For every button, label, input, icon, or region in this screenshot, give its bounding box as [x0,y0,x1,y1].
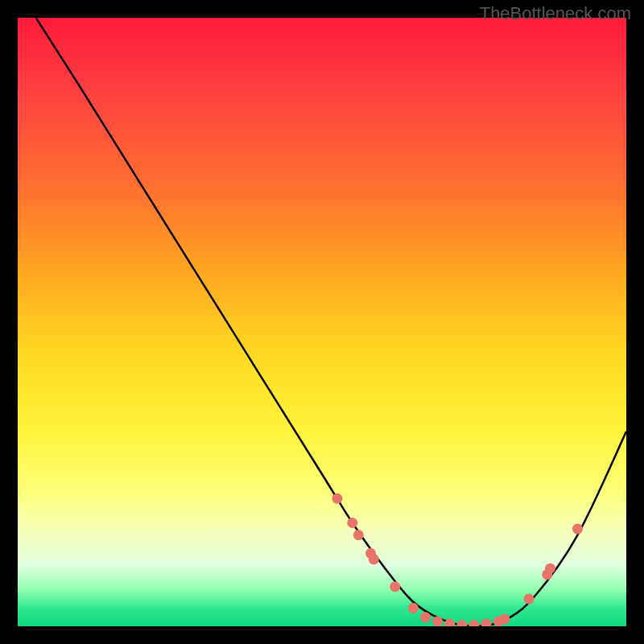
data-markers [332,493,583,626]
data-marker [481,618,492,626]
watermark-text: TheBottleneck.com [480,3,631,24]
data-marker [332,493,342,504]
data-marker [420,612,431,622]
data-marker [390,581,400,592]
data-marker [469,620,480,626]
data-marker [369,554,379,564]
data-marker [456,620,467,626]
data-marker [347,518,357,528]
data-marker [408,603,419,613]
data-marker [499,613,510,624]
chart-plot-area [18,18,626,626]
data-marker [524,593,535,604]
chart-svg [18,18,626,626]
data-marker [353,530,364,540]
data-marker [545,564,555,574]
bottleneck-curve [36,18,626,626]
data-marker [432,616,443,626]
data-marker [572,524,583,535]
data-marker [444,618,455,626]
